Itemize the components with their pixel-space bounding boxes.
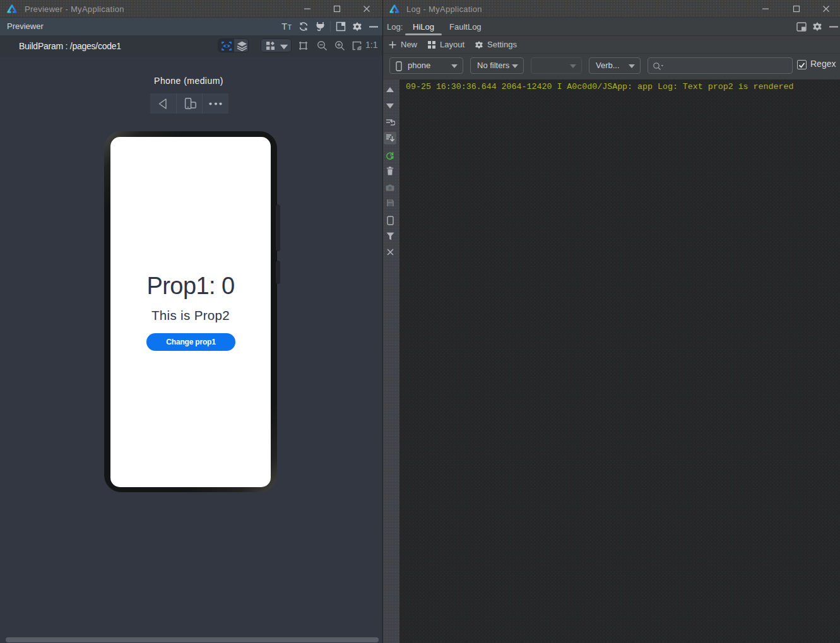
svg-text:T: T xyxy=(288,23,292,31)
svg-text:T: T xyxy=(281,21,287,32)
